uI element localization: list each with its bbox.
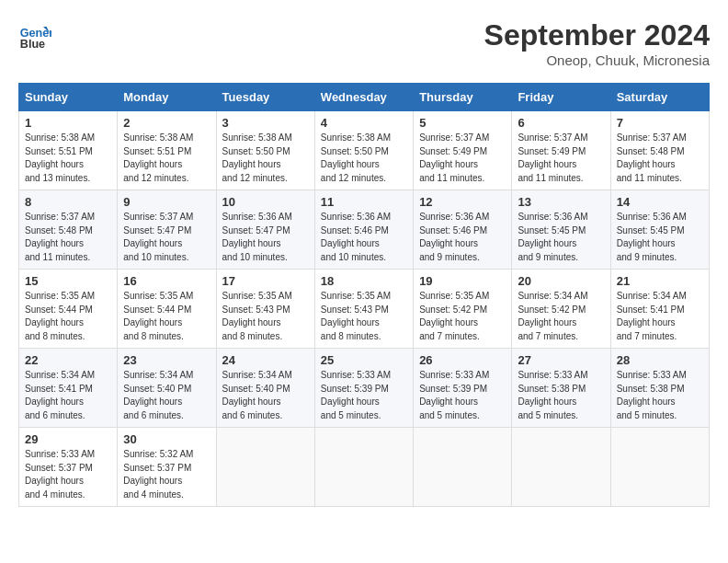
day-number: 16 (123, 274, 210, 288)
sunrise-label: Sunrise: 5:33 AM (25, 449, 95, 459)
calendar-cell: 4 Sunrise: 5:38 AM Sunset: 5:50 PM Dayli… (314, 111, 413, 190)
calendar-cell: 11 Sunrise: 5:36 AM Sunset: 5:46 PM Dayl… (314, 190, 413, 270)
daylight-label: Daylight hours (222, 238, 281, 248)
sunrise-label: Sunrise: 5:36 AM (222, 212, 292, 222)
sunrise-label: Sunrise: 5:37 AM (617, 132, 687, 143)
weekday-header-wednesday: Wednesday (314, 84, 413, 111)
day-number: 21 (617, 274, 703, 288)
sunset-label: Sunset: 5:43 PM (222, 304, 290, 315)
calendar-cell (216, 428, 314, 507)
daylight-duration: and 9 minutes. (419, 252, 480, 262)
sunset-label: Sunset: 5:51 PM (25, 146, 93, 156)
calendar-week-5: 29 Sunrise: 5:33 AM Sunset: 5:37 PM Dayl… (19, 428, 710, 507)
day-info: Sunrise: 5:36 AM Sunset: 5:45 PM Dayligh… (617, 211, 703, 264)
daylight-duration: and 11 minutes. (419, 173, 484, 183)
sunset-label: Sunset: 5:48 PM (25, 225, 93, 236)
day-number: 3 (222, 116, 309, 130)
day-number: 4 (321, 116, 407, 130)
title-block: September 2024 Oneop, Chuuk, Micronesia (484, 18, 710, 68)
sunset-label: Sunset: 5:46 PM (321, 225, 389, 236)
day-info: Sunrise: 5:38 AM Sunset: 5:50 PM Dayligh… (321, 132, 407, 185)
day-info: Sunrise: 5:35 AM Sunset: 5:43 PM Dayligh… (222, 290, 309, 343)
daylight-duration: and 12 minutes. (123, 173, 188, 183)
calendar-cell (610, 428, 709, 507)
calendar-cell: 3 Sunrise: 5:38 AM Sunset: 5:50 PM Dayli… (216, 111, 314, 190)
day-info: Sunrise: 5:33 AM Sunset: 5:39 PM Dayligh… (321, 369, 407, 422)
calendar-cell: 6 Sunrise: 5:37 AM Sunset: 5:49 PM Dayli… (512, 111, 610, 190)
day-number: 29 (25, 432, 111, 446)
sunset-label: Sunset: 5:44 PM (25, 304, 93, 315)
day-number: 2 (123, 116, 210, 130)
sunrise-label: Sunrise: 5:33 AM (617, 370, 687, 380)
daylight-label: Daylight hours (222, 317, 281, 327)
sunrise-label: Sunrise: 5:33 AM (518, 370, 587, 380)
sunset-label: Sunset: 5:37 PM (123, 463, 191, 473)
day-info: Sunrise: 5:37 AM Sunset: 5:49 PM Dayligh… (419, 132, 506, 185)
sunset-label: Sunset: 5:49 PM (419, 146, 487, 156)
calendar-cell: 24 Sunrise: 5:34 AM Sunset: 5:40 PM Dayl… (216, 349, 314, 428)
day-number: 7 (617, 116, 703, 130)
calendar-cell: 9 Sunrise: 5:37 AM Sunset: 5:47 PM Dayli… (118, 190, 216, 270)
sunrise-label: Sunrise: 5:37 AM (419, 132, 489, 143)
daylight-label: Daylight hours (123, 238, 182, 248)
daylight-label: Daylight hours (123, 159, 182, 169)
sunset-label: Sunset: 5:39 PM (321, 384, 389, 394)
day-number: 30 (123, 432, 210, 446)
day-info: Sunrise: 5:35 AM Sunset: 5:44 PM Dayligh… (123, 290, 210, 343)
day-number: 14 (617, 195, 703, 209)
sunset-label: Sunset: 5:50 PM (222, 146, 290, 156)
daylight-duration: and 6 minutes. (222, 410, 283, 420)
daylight-duration: and 10 minutes. (222, 252, 288, 262)
day-number: 28 (617, 353, 703, 367)
day-info: Sunrise: 5:35 AM Sunset: 5:44 PM Dayligh… (25, 290, 111, 343)
sunrise-label: Sunrise: 5:35 AM (222, 291, 292, 301)
day-info: Sunrise: 5:35 AM Sunset: 5:43 PM Dayligh… (321, 290, 407, 343)
daylight-duration: and 8 minutes. (123, 331, 184, 341)
sunrise-label: Sunrise: 5:36 AM (518, 212, 587, 222)
daylight-label: Daylight hours (123, 396, 182, 407)
calendar-cell: 30 Sunrise: 5:32 AM Sunset: 5:37 PM Dayl… (118, 428, 216, 507)
day-info: Sunrise: 5:33 AM Sunset: 5:39 PM Dayligh… (419, 369, 506, 422)
sunrise-label: Sunrise: 5:35 AM (321, 291, 391, 301)
daylight-label: Daylight hours (25, 159, 84, 169)
sunrise-label: Sunrise: 5:37 AM (25, 212, 95, 222)
calendar-cell: 5 Sunrise: 5:37 AM Sunset: 5:49 PM Dayli… (414, 111, 512, 190)
day-info: Sunrise: 5:34 AM Sunset: 5:41 PM Dayligh… (25, 369, 111, 422)
calendar-cell: 10 Sunrise: 5:36 AM Sunset: 5:47 PM Dayl… (216, 190, 314, 270)
calendar-cell: 23 Sunrise: 5:34 AM Sunset: 5:40 PM Dayl… (118, 349, 216, 428)
sunrise-label: Sunrise: 5:38 AM (321, 132, 391, 143)
weekday-header-thursday: Thursday (414, 84, 512, 111)
sunset-label: Sunset: 5:45 PM (617, 225, 685, 236)
day-number: 18 (321, 274, 407, 288)
daylight-duration: and 9 minutes. (617, 252, 677, 262)
daylight-label: Daylight hours (25, 476, 84, 486)
day-info: Sunrise: 5:36 AM Sunset: 5:46 PM Dayligh… (321, 211, 407, 264)
daylight-label: Daylight hours (617, 159, 676, 169)
sunrise-label: Sunrise: 5:32 AM (123, 449, 193, 459)
daylight-label: Daylight hours (25, 238, 84, 248)
day-number: 6 (518, 116, 604, 130)
sunrise-label: Sunrise: 5:33 AM (419, 370, 489, 380)
day-number: 25 (321, 353, 407, 367)
day-number: 26 (419, 353, 506, 367)
sunset-label: Sunset: 5:39 PM (419, 384, 487, 394)
logo-icon: General Blue (18, 18, 51, 52)
sunrise-label: Sunrise: 5:34 AM (222, 370, 292, 380)
day-number: 1 (25, 116, 111, 130)
daylight-label: Daylight hours (25, 396, 84, 407)
calendar-cell: 1 Sunrise: 5:38 AM Sunset: 5:51 PM Dayli… (19, 111, 118, 190)
day-info: Sunrise: 5:34 AM Sunset: 5:41 PM Dayligh… (617, 290, 703, 343)
sunset-label: Sunset: 5:40 PM (222, 384, 290, 394)
daylight-duration: and 12 minutes. (222, 173, 288, 183)
sunset-label: Sunset: 5:46 PM (419, 225, 487, 236)
sunset-label: Sunset: 5:42 PM (419, 304, 487, 315)
calendar-cell: 25 Sunrise: 5:33 AM Sunset: 5:39 PM Dayl… (314, 349, 413, 428)
sunrise-label: Sunrise: 5:34 AM (518, 291, 587, 301)
daylight-label: Daylight hours (222, 396, 281, 407)
day-number: 23 (123, 353, 210, 367)
daylight-duration: and 9 minutes. (518, 252, 578, 262)
location: Oneop, Chuuk, Micronesia (484, 52, 710, 68)
day-number: 10 (222, 195, 309, 209)
sunrise-label: Sunrise: 5:34 AM (25, 370, 95, 380)
daylight-duration: and 10 minutes. (321, 252, 386, 262)
